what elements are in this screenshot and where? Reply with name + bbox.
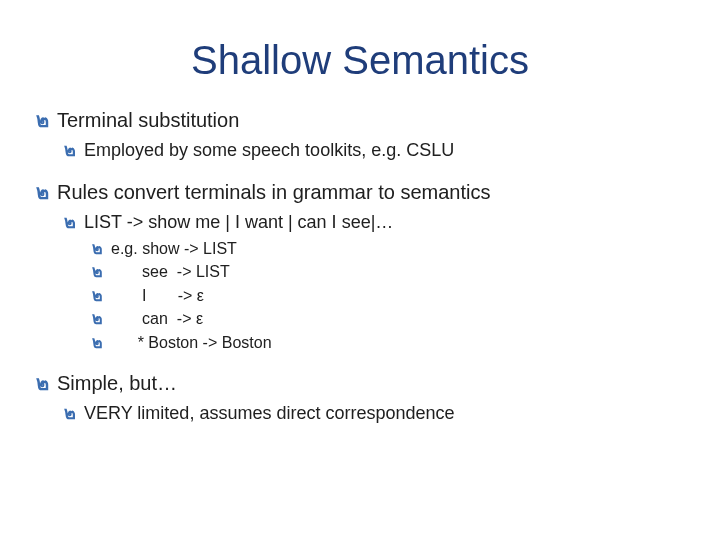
bullet-text: LIST -> show me | I want | can I see|… [84,210,690,234]
bullet-icon: ๒ [64,210,76,234]
bullet-icon: ๒ [92,308,103,330]
bullet-icon: ๒ [92,261,103,283]
slide: Shallow Semantics ๒Terminal substitution… [0,0,720,540]
bullet-icon: ๒ [36,179,49,206]
bullet-line-level-3: ๒ * Boston -> Boston [92,332,690,354]
bullet-icon: ๒ [92,238,103,260]
bullet-icon: ๒ [64,138,76,162]
bullet-line-level-2: ๒VERY limited, assumes direct correspond… [64,401,690,425]
bullet-text: e.g. show -> LIST [111,238,690,260]
bullet-icon: ๒ [36,370,49,397]
bullet-line-level-1: ๒Rules convert terminals in grammar to s… [36,179,690,206]
bullet-text: I -> ε [111,285,690,307]
bullet-icon: ๒ [64,401,76,425]
bullet-icon: ๒ [36,107,49,134]
slide-body: ๒Terminal substitution๒Employed by some … [30,107,690,425]
slide-title: Shallow Semantics [30,38,690,83]
bullet-line-level-3: ๒ see -> LIST [92,261,690,283]
bullet-text: can -> ε [111,308,690,330]
bullet-line-level-1: ๒Simple, but… [36,370,690,397]
spacer [30,356,690,366]
bullet-line-level-2: ๒LIST -> show me | I want | can I see|… [64,210,690,234]
bullet-line-level-3: ๒ can -> ε [92,308,690,330]
bullet-icon: ๒ [92,285,103,307]
bullet-text: Rules convert terminals in grammar to se… [57,179,690,206]
bullet-line-level-3: ๒ I -> ε [92,285,690,307]
bullet-line-level-2: ๒Employed by some speech toolkits, e.g. … [64,138,690,162]
bullet-text: see -> LIST [111,261,690,283]
bullet-icon: ๒ [92,332,103,354]
bullet-text: Terminal substitution [57,107,690,134]
bullet-text: VERY limited, assumes direct corresponde… [84,401,690,425]
bullet-text: Employed by some speech toolkits, e.g. C… [84,138,690,162]
bullet-text: Simple, but… [57,370,690,397]
bullet-text: * Boston -> Boston [111,332,690,354]
spacer [30,165,690,175]
bullet-line-level-3: ๒e.g. show -> LIST [92,238,690,260]
bullet-line-level-1: ๒Terminal substitution [36,107,690,134]
